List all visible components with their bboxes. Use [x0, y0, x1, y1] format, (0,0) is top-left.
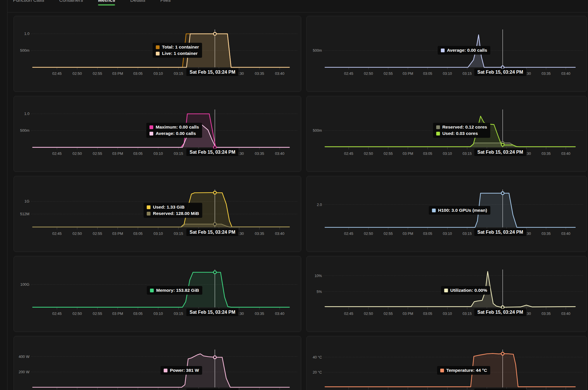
x-axis-tick-label: 03:10: [154, 71, 163, 76]
x-axis-tick-label: 03:05: [133, 231, 143, 236]
y-axis-tick-label: 1.0: [24, 112, 29, 116]
x-axis-tick-label: 02:50: [73, 231, 82, 236]
x-axis-tick-label: 03:40: [275, 151, 284, 156]
x-axis-tick-label: 03:35: [541, 231, 551, 236]
series-tooltip: Memory: 153.82 GiB: [147, 286, 202, 295]
x-axis-tick-label: 03:05: [423, 311, 432, 316]
x-axis-tick-label: 03:10: [443, 71, 452, 76]
tooltip-row: Average: 0.00 calls: [441, 48, 487, 53]
tooltip-row: Used: 1.33 GiB: [147, 205, 199, 210]
tooltip-row: Utilization: 0.00%: [444, 288, 487, 293]
x-axis-tick-label: 02:45: [344, 151, 353, 156]
metrics-dashboard-page: { "tabs": { "items": [ {"label": "Functi…: [0, 0, 588, 390]
active-tab-underline: [98, 4, 115, 5]
series-tooltip: Total: 1 containerLive: 1 container: [153, 43, 202, 58]
hover-marker-temperature: [501, 352, 504, 355]
tooltip-swatch: [156, 52, 160, 55]
x-axis-tick-label: 03:40: [561, 71, 570, 76]
date-tooltip: Sat Feb 15, 03:24 PM: [186, 389, 238, 390]
series-tooltip: Utilization: 0.00%: [441, 286, 490, 295]
x-axis-tick-label: 02:55: [384, 71, 393, 76]
x-axis-tick-label: 03:15: [174, 231, 183, 236]
series-tooltip: Reserved: 0.12 coresUsed: 0.03 cores: [433, 123, 490, 138]
x-axis-tick-label: 02:45: [52, 231, 62, 236]
x-axis-tick-label: 03:10: [154, 231, 163, 236]
tooltip-row: Total: 1 container: [156, 44, 199, 50]
tooltip-text: Temperature: 44 °C: [446, 368, 487, 373]
x-axis-tick-label: 02:55: [93, 231, 102, 236]
chart-card-running-calls: 1.0500m02:4502:5002:5503 PM03:0503:1003:…: [14, 96, 301, 172]
x-axis-tick-label: 03 PM: [112, 231, 123, 236]
x-axis-tick-label: 03:40: [561, 231, 570, 236]
tooltip-text: Average: 0.00 calls: [156, 131, 196, 136]
tooltip-text: Memory: 153.82 GiB: [156, 288, 199, 293]
hover-marker-live: [213, 32, 216, 35]
tab-function-calls[interactable]: Function Calls: [13, 0, 44, 8]
hover-marker-h100: [501, 192, 504, 195]
series-line-reserved: [325, 143, 575, 147]
x-axis-tick-label: 02:50: [73, 151, 82, 156]
date-tooltip: Sat Feb 15, 03:24 PM: [186, 148, 238, 156]
tab-label: Containers: [59, 0, 83, 3]
chart-plot-gpu-temperature[interactable]: 40 °C20 °C02:4502:5002:5503 PM03:0503:10…: [307, 336, 587, 390]
x-axis-tick-label: 03:40: [561, 151, 570, 156]
hover-marker-used: [501, 143, 504, 146]
hover-marker-memory: [213, 271, 216, 274]
x-axis-tick-label: 03:10: [443, 311, 452, 316]
x-axis-tick-label: 03:05: [423, 231, 432, 236]
tooltip-text: Reserved: 0.12 cores: [442, 125, 487, 130]
tab-containers[interactable]: Containers: [59, 0, 83, 8]
tab-label: Metrics: [98, 0, 115, 3]
tab-files[interactable]: Files: [160, 0, 171, 8]
x-axis-tick-label: 02:55: [384, 151, 393, 156]
chart-card-gpu-memory: 100G02:4502:5002:5503 PM03:0503:1003:150…: [14, 256, 301, 332]
tooltip-swatch: [149, 125, 153, 129]
y-axis-tick-label: 5%: [317, 289, 322, 294]
x-axis-tick-label: 03:10: [443, 231, 452, 236]
y-axis-tick-label: 10%: [315, 273, 322, 278]
tooltip-swatch: [440, 369, 444, 372]
y-axis-tick-label: 512M: [20, 212, 29, 216]
tooltip-row: Temperature: 44 °C: [440, 368, 487, 373]
tooltip-text: Average: 0.00 calls: [447, 48, 487, 53]
x-axis-tick-label: 03 PM: [112, 71, 123, 76]
y-axis-tick-label: 500m: [313, 48, 322, 53]
series-tooltip: H100: 3.0 GPUs (mean): [429, 206, 490, 215]
x-axis-tick-label: 02:45: [344, 311, 353, 316]
x-axis-tick-label: 03:05: [133, 311, 143, 316]
x-axis-tick-label: 03:15: [174, 71, 183, 76]
series-tooltip: Temperature: 44 °C: [437, 366, 490, 375]
tooltip-swatch: [436, 125, 440, 129]
x-axis-tick-label: 02:50: [364, 311, 373, 316]
x-axis-tick-label: 02:50: [364, 71, 373, 76]
tooltip-row: Maximum: 0.00 calls: [149, 125, 199, 130]
chart-plot-gpu-power[interactable]: 400 W200 W02:4502:5002:5503 PM03:0503:10…: [14, 336, 301, 390]
tooltip-text: H100: 3.0 GPUs (mean): [438, 208, 487, 213]
x-axis-tick-label: 03:35: [541, 311, 551, 316]
y-axis-tick-label: 100G: [20, 282, 29, 287]
x-axis-tick-label: 03 PM: [403, 311, 413, 316]
date-tooltip: Sat Feb 15, 03:24 PM: [474, 68, 526, 76]
tooltip-row: Average: 0.00 calls: [149, 131, 199, 136]
series-tooltip: Power: 381 W: [161, 366, 202, 375]
x-axis-tick-label: 03:35: [541, 71, 551, 76]
x-axis-tick-label: 03:40: [561, 311, 570, 316]
tooltip-text: Used: 1.33 GiB: [153, 205, 184, 210]
x-axis-tick-label: 02:45: [52, 151, 62, 156]
tab-metrics[interactable]: Metrics: [98, 0, 115, 8]
y-axis-tick-label: 2.0: [317, 202, 322, 207]
date-tooltip: Sat Feb 15, 03:24 PM: [474, 229, 526, 236]
x-axis-tick-label: 03 PM: [112, 151, 123, 156]
x-axis-tick-label: 03:10: [443, 151, 452, 156]
x-axis-tick-label: 03:10: [154, 311, 163, 316]
series-tooltip: Maximum: 0.00 callsAverage: 0.00 calls: [146, 123, 202, 138]
tab-details[interactable]: Details: [130, 0, 145, 8]
tooltip-text: Reserved: 128.00 MiB: [153, 211, 199, 216]
x-axis-tick-label: 03:35: [255, 311, 264, 316]
y-axis-tick-label: 20 °C: [313, 370, 322, 374]
x-axis-tick-label: 03 PM: [112, 311, 123, 316]
y-axis-tick-label: 1.0: [24, 31, 29, 36]
y-axis-tick-label: 500m: [20, 48, 29, 53]
x-axis-tick-label: 02:45: [344, 71, 353, 76]
x-axis-tick-label: 02:45: [52, 71, 62, 76]
